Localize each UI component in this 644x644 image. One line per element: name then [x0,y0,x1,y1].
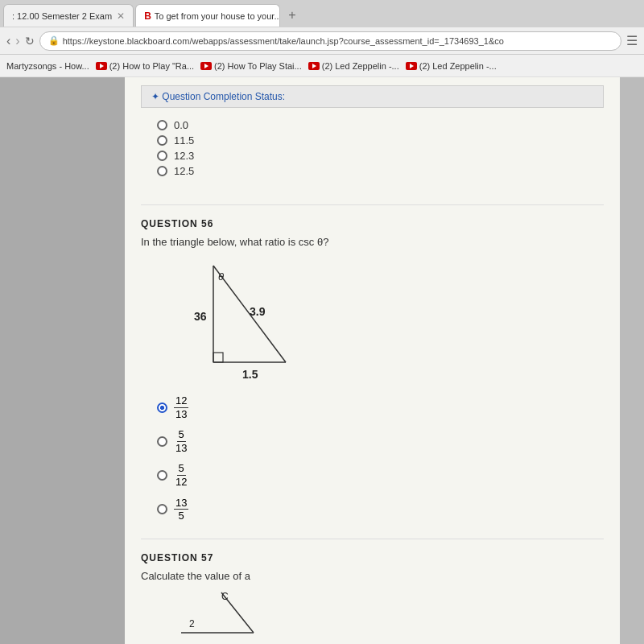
tab-bar: : 12.00 Semester 2 Exam ✕ B To get from … [0,0,644,27]
question-57-text: Calculate the value of a [141,570,604,582]
youtube-icon-2 [200,62,212,70]
bookmark-led2-label: (2) Led Zeppelin -... [419,61,497,71]
fraction-denominator-4: 5 [177,510,186,522]
tab-house-label: To get from your house to your... [155,11,280,21]
content-area: ✦ Question Completion Status: 0.0 11.5 1… [0,77,644,644]
menu-button[interactable]: ☰ [626,33,638,48]
bookmark-howtoplay[interactable]: (2) How to Play "Ra... [96,61,194,71]
divider-2 [141,539,604,539]
tab-house[interactable]: B To get from your house to your... ✕ [135,4,280,27]
option-label-125: 12.5 [174,165,194,177]
radio-q56-2[interactable] [157,436,167,447]
question-57-label: QUESTION 57 [141,552,604,564]
youtube-icon-4 [406,62,417,70]
svg-text:1.5: 1.5 [242,368,258,381]
browser-chrome: : 12.00 Semester 2 Exam ✕ B To get from … [0,0,644,77]
youtube-icon-1 [96,62,107,70]
svg-text:C: C [221,591,229,602]
bookmark-led2[interactable]: (2) Led Zeppelin -... [406,61,497,71]
answer-option-2: 5 13 [157,428,604,454]
answer-options-56: 12 13 5 13 5 12 [141,394,604,522]
radio-115[interactable] [157,135,167,146]
new-tab-button[interactable]: + [282,5,302,26]
right-sidebar [620,77,644,644]
question-56-text: In the triangle below, what ratio is csc… [141,236,604,248]
back-button[interactable]: ‹ [6,34,10,48]
address-text: https://keystone.blackboard.com/webapps/… [63,36,504,46]
radio-123[interactable] [157,151,167,161]
bookmark-led1[interactable]: (2) Led Zeppelin -... [308,61,399,71]
question-56-label: QUESTION 56 [141,218,604,229]
question-56: QUESTION 56 In the triangle below, what … [141,218,604,522]
completion-bar: ✦ Question Completion Status: [141,85,604,108]
bookmark-marty[interactable]: Martyzsongs - How... [6,61,89,71]
completion-label: ✦ Question Completion Status: [151,91,285,102]
lock-icon: 🔒 [48,35,60,46]
forward-button[interactable]: › [15,34,19,48]
fraction-numerator-4: 13 [174,497,188,510]
prev-question-options: 0.0 11.5 12.3 12.5 [141,119,604,192]
fraction-denominator-3: 12 [174,476,188,489]
fraction-numerator-1: 12 [174,394,188,408]
youtube-icon-3 [308,62,320,70]
triangle-svg: θ 36 3.9 1.5 [165,258,310,386]
svg-text:3.9: 3.9 [250,305,266,318]
radio-125[interactable] [157,166,167,176]
radio-00[interactable] [157,120,167,130]
answer-option-3: 5 12 [157,462,604,488]
svg-text:2: 2 [189,618,195,630]
tab-exam[interactable]: : 12.00 Semester 2 Exam ✕ [3,4,134,27]
option-label-00: 0.0 [174,119,188,131]
svg-text:θ: θ [218,270,224,283]
refresh-button[interactable]: ↻ [25,35,35,47]
bookmark-led1-label: (2) Led Zeppelin -... [322,61,399,71]
tab-exam-close[interactable]: ✕ [117,10,125,22]
fraction-denominator-1: 13 [174,408,188,421]
divider-1 [141,204,604,205]
option-row-00: 0.0 [157,119,604,131]
fraction-13-5: 13 5 [174,497,188,522]
fraction-12-13: 12 13 [174,394,188,420]
answer-option-1: 12 13 [157,394,604,420]
radio-q56-3[interactable] [157,470,167,481]
address-bar[interactable]: 🔒 https://keystone.blackboard.com/webapp… [39,31,621,51]
left-sidebar [0,77,125,644]
svg-rect-3 [213,353,223,362]
bookmark-stairs-label: (2) How To Play Stai... [214,61,302,71]
q57-triangle: C 2 [173,588,604,640]
bookmark-howtoplay-label: (2) How to Play "Ra... [109,61,194,71]
option-row-115: 11.5 [157,134,604,147]
fraction-5-12: 5 12 [174,462,188,488]
bookmarks-bar: Martyzsongs - How... (2) How to Play "Ra… [0,55,644,77]
option-row-125: 12.5 [157,165,604,177]
question-57: QUESTION 57 Calculate the value of a C 2 [141,552,604,640]
tab-house-icon: B [144,10,151,22]
option-label-123: 12.3 [174,150,194,162]
answer-option-4: 13 5 [157,497,604,522]
fraction-5-13: 5 13 [174,428,188,454]
option-label-115: 11.5 [174,134,194,147]
fraction-numerator-3: 5 [177,462,186,476]
option-row-123: 12.3 [157,150,604,162]
triangle-diagram: θ 36 3.9 1.5 [165,258,310,386]
bookmark-marty-label: Martyzsongs - How... [6,61,89,71]
bookmark-stairs[interactable]: (2) How To Play Stai... [200,61,302,71]
radio-q56-1[interactable] [157,402,167,413]
main-content: ✦ Question Completion Status: 0.0 11.5 1… [125,77,620,644]
q57-svg: C 2 [173,588,270,637]
fraction-denominator-2: 13 [174,442,188,455]
svg-text:36: 36 [194,310,207,323]
radio-q56-4[interactable] [157,504,167,514]
address-bar-row: ‹ › ↻ 🔒 https://keystone.blackboard.com/… [0,27,644,55]
fraction-numerator-2: 5 [177,428,186,442]
tab-exam-label: : 12.00 Semester 2 Exam [12,11,112,21]
